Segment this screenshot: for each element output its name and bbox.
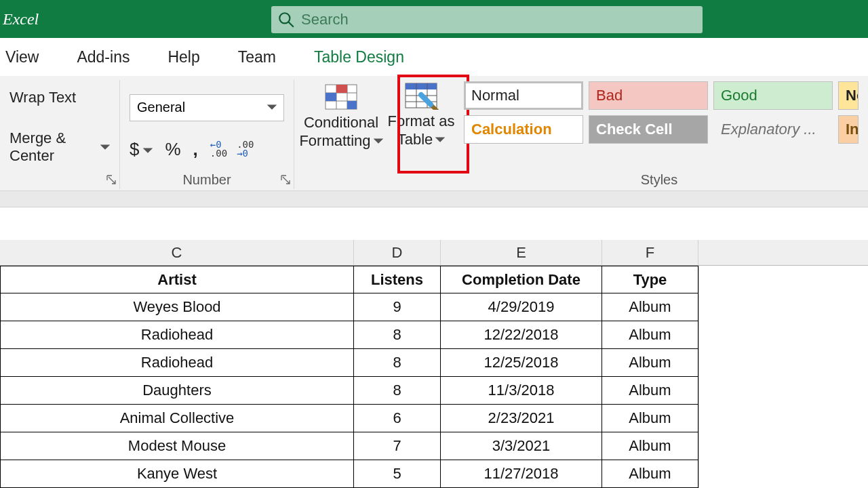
cell-listens[interactable]: 8: [354, 321, 441, 349]
col-header-e[interactable]: E: [441, 240, 602, 265]
chevron-down-icon: [267, 100, 277, 115]
cell-type[interactable]: Album: [602, 349, 698, 377]
cell-style-check-cell[interactable]: Check Cell: [589, 115, 708, 144]
chevron-down-icon: [435, 131, 445, 148]
chevron-down-icon: [143, 139, 153, 160]
tab-view[interactable]: View: [5, 48, 39, 66]
cell-style-explanatory[interactable]: Explanatory ...: [713, 115, 833, 144]
cell-artist[interactable]: Modest Mouse: [0, 432, 354, 460]
header-row: Artist Listens Completion Date Type: [0, 266, 868, 293]
cell-style-neutral[interactable]: No: [838, 81, 859, 110]
group-caption-styles: Styles: [460, 172, 859, 189]
cell-date[interactable]: 11/3/2018: [441, 377, 602, 405]
cell-artist[interactable]: Animal Collective: [0, 405, 354, 432]
cell-artist[interactable]: Daughters: [0, 377, 354, 405]
cell-blank[interactable]: [698, 432, 868, 460]
svg-rect-7: [336, 85, 347, 93]
cell-date[interactable]: 4/29/2019: [441, 293, 602, 321]
merge-center-button[interactable]: Merge & Center: [9, 129, 110, 165]
title-bar: Excel Search: [0, 0, 868, 38]
cell-blank[interactable]: [698, 266, 868, 293]
cell-style-good[interactable]: Good: [713, 81, 833, 110]
cell-blank[interactable]: [698, 405, 868, 432]
search-placeholder: Search: [301, 11, 349, 28]
column-headers: C D E F: [0, 240, 868, 266]
tab-help[interactable]: Help: [167, 48, 199, 66]
cell-listens[interactable]: 5: [354, 460, 441, 488]
cell-blank[interactable]: [698, 460, 868, 488]
cell-type[interactable]: Album: [602, 293, 698, 321]
conditional-formatting-icon: [323, 83, 359, 111]
search-box[interactable]: Search: [271, 6, 703, 33]
svg-rect-11: [406, 83, 437, 89]
ribbon-group-condfmt: Conditional Formatting: [294, 80, 380, 189]
fmt-table-line2: Table: [397, 131, 433, 148]
cell-header-date[interactable]: Completion Date: [441, 266, 602, 293]
app-name: Excel: [0, 10, 39, 28]
format-as-table-button[interactable]: Format as Table: [384, 80, 458, 148]
cell-listens[interactable]: 6: [354, 405, 441, 432]
percent-format-button[interactable]: %: [165, 139, 180, 160]
format-as-table-icon: [403, 81, 439, 110]
cell-style-input[interactable]: In: [838, 115, 859, 144]
cell-artist[interactable]: Weyes Blood: [0, 293, 354, 321]
cell-listens[interactable]: 8: [354, 377, 441, 405]
wrap-text-button[interactable]: Wrap Text: [9, 89, 110, 106]
cell-artist[interactable]: Radiohead: [0, 321, 354, 349]
cell-type[interactable]: Album: [602, 377, 698, 405]
fmt-table-line1: Format as: [387, 113, 454, 129]
search-icon: [271, 11, 301, 28]
chevron-down-icon: [100, 138, 110, 156]
comma-format-button[interactable]: ,: [193, 139, 198, 160]
table-row: Kanye West 5 11/27/2018 Album: [0, 460, 868, 488]
cell-type[interactable]: Album: [602, 405, 698, 432]
cell-type[interactable]: Album: [602, 321, 698, 349]
ribbon-group-number: General $ % , ←0.00 .00→0 Number: [120, 80, 294, 189]
cell-date[interactable]: 11/27/2018: [441, 460, 602, 488]
cell-style-calculation[interactable]: Calculation: [464, 115, 583, 144]
merge-center-label: Merge & Center: [9, 129, 96, 165]
dialog-launcher-icon[interactable]: [280, 174, 291, 188]
table-row: Radiohead 8 12/25/2018 Album: [0, 349, 868, 377]
worksheet: Artist Listens Completion Date Type Weye…: [0, 266, 868, 488]
accounting-format-button[interactable]: $: [130, 139, 153, 160]
cell-listens[interactable]: 8: [354, 349, 441, 377]
formula-bar-strip: [0, 191, 868, 207]
table-row: Modest Mouse 7 3/3/2021 Album: [0, 432, 868, 460]
number-format-select[interactable]: General: [130, 94, 284, 121]
conditional-formatting-button[interactable]: Conditional Formatting: [304, 81, 378, 150]
cell-artist[interactable]: Kanye West: [0, 460, 354, 488]
col-header-f[interactable]: F: [602, 240, 698, 265]
cell-blank[interactable]: [698, 293, 868, 321]
increase-decimal-button[interactable]: ←0.00: [210, 140, 227, 157]
cell-blank[interactable]: [698, 349, 868, 377]
col-header-blank[interactable]: [698, 240, 868, 265]
cell-style-bad[interactable]: Bad: [589, 81, 708, 110]
cell-listens[interactable]: 7: [354, 432, 441, 460]
number-format-value: General: [137, 100, 185, 115]
tab-addins[interactable]: Add-ins: [77, 48, 130, 66]
col-header-c[interactable]: C: [0, 240, 354, 265]
cell-style-normal[interactable]: Normal: [464, 81, 583, 110]
cell-date[interactable]: 2/23/2021: [441, 405, 602, 432]
dialog-launcher-icon[interactable]: [106, 174, 117, 188]
cell-artist[interactable]: Radiohead: [0, 349, 354, 377]
tab-table-design[interactable]: Table Design: [314, 48, 404, 66]
cell-listens[interactable]: 9: [354, 293, 441, 321]
cell-blank[interactable]: [698, 321, 868, 349]
tab-team[interactable]: Team: [238, 48, 276, 66]
cond-fmt-line1: Conditional: [304, 114, 378, 131]
cell-header-artist[interactable]: Artist: [0, 266, 354, 293]
cell-date[interactable]: 3/3/2021: [441, 432, 602, 460]
cell-blank[interactable]: [698, 377, 868, 405]
decrease-decimal-button[interactable]: .00→0: [237, 140, 254, 157]
cell-type[interactable]: Album: [602, 432, 698, 460]
cell-header-type[interactable]: Type: [602, 266, 698, 293]
cell-date[interactable]: 12/22/2018: [441, 321, 602, 349]
cell-date[interactable]: 12/25/2018: [441, 349, 602, 377]
cell-header-listens[interactable]: Listens: [354, 266, 441, 293]
cell-type[interactable]: Album: [602, 460, 698, 488]
col-header-d[interactable]: D: [354, 240, 441, 265]
ribbon-tabs: View Add-ins Help Team Table Design: [0, 38, 868, 76]
table-row: Daughters 8 11/3/2018 Album: [0, 377, 868, 405]
